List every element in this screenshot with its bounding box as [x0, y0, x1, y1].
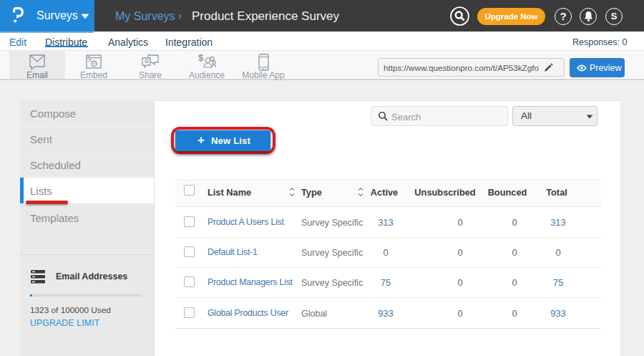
svg-text:$: $ — [198, 53, 204, 63]
